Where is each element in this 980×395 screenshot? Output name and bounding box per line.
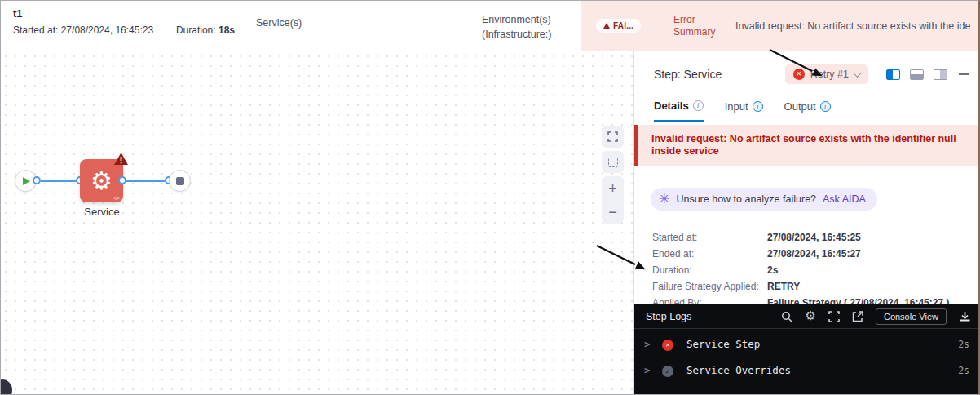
success-status-icon: ✓	[662, 366, 673, 377]
aida-suggestion-pill[interactable]: ✳ Unsure how to analyze failure? Ask AID…	[651, 188, 877, 211]
search-logs-button[interactable]	[781, 311, 792, 322]
failed-status-icon: ✕	[662, 340, 673, 351]
service-step-node[interactable]: ⚙ </>	[80, 159, 123, 202]
aida-flower-icon: ✳	[659, 193, 669, 206]
log-step-name: Service Overrides	[686, 364, 791, 376]
cursor-artifact	[0, 379, 12, 395]
log-fullscreen-button[interactable]	[828, 311, 840, 322]
log-row-service-overrides[interactable]: > ✓ Service Overrides 2s	[634, 359, 980, 381]
pipeline-canvas[interactable]: ⚙ </> Service + −	[1, 51, 633, 395]
marquee-icon	[608, 158, 618, 167]
download-logs-button[interactable]	[959, 311, 971, 322]
step-title: Step: Service	[654, 68, 722, 81]
failed-status-badge[interactable]: FAI...	[596, 19, 641, 33]
step-details-panel: Step: Service ✕ Retry #1 Details i Input…	[633, 51, 980, 395]
zoom-in-button[interactable]: +	[608, 181, 617, 196]
ask-aida-link[interactable]: Ask AIDA	[823, 193, 866, 205]
chevron-down-icon	[854, 69, 862, 78]
pipeline-name: t1	[13, 7, 241, 20]
stop-icon	[176, 177, 184, 185]
log-status: ✕	[662, 337, 686, 351]
detail-tabs: Details i Input i Output i	[634, 91, 980, 122]
connector-dot	[33, 176, 41, 184]
step-logs-title: Step Logs	[646, 311, 691, 322]
infrastructure-label: (Infrastructure:)	[482, 27, 581, 42]
panel-layout-toggles	[886, 69, 947, 80]
edge-line	[126, 180, 165, 182]
step-error-banner: Invalid request: No artifact source exis…	[634, 125, 980, 166]
log-status: ✓	[662, 364, 686, 377]
environments-column: Environment(s) (Infrastructure:)	[408, 1, 581, 51]
zoom-out-button[interactable]: −	[608, 205, 617, 220]
log-step-name: Service Step	[686, 338, 760, 350]
connector-dot	[118, 176, 126, 184]
console-view-button[interactable]: Console View	[876, 308, 947, 325]
started-at-text: Started at: 27/08/2024, 16:45:23	[13, 24, 153, 36]
layout-split-left-button[interactable]	[886, 69, 900, 80]
app-window: t1 Started at: 27/08/2024, 16:45:23 Dura…	[0, 0, 980, 395]
info-icon: i	[753, 101, 763, 112]
step-detail-rows: Started at: 27/08/2024, 16:45:25 Ended a…	[652, 232, 980, 308]
layout-right-button[interactable]	[934, 69, 947, 80]
edge-line	[41, 180, 77, 182]
execution-header: t1 Started at: 27/08/2024, 16:45:23 Dura…	[1, 1, 978, 51]
detail-row-failure-strategy: Failure Strategy Applied: RETRY	[652, 281, 980, 292]
execution-summary: t1 Started at: 27/08/2024, 16:45:23 Dura…	[1, 1, 241, 51]
failed-circle-icon: ✕	[793, 69, 805, 80]
tab-input[interactable]: Input i	[725, 99, 763, 122]
log-settings-button[interactable]: ⚙	[805, 310, 815, 322]
error-summary-label: Error Summary	[673, 14, 726, 38]
search-icon	[781, 311, 792, 322]
services-label: Service(s)	[256, 17, 302, 29]
tab-output[interactable]: Output i	[784, 99, 831, 122]
fullscreen-brackets-icon	[828, 311, 840, 322]
canvas-zoom-controls: + −	[602, 176, 624, 224]
info-icon: i	[693, 100, 704, 111]
warning-triangle-icon	[603, 23, 610, 29]
detail-row-started-at: Started at: 27/08/2024, 16:45:25	[652, 232, 980, 243]
canvas-select-button[interactable]	[602, 151, 624, 173]
step-details-header: Step: Service ✕ Retry #1	[634, 51, 980, 91]
external-link-icon	[852, 311, 863, 322]
environments-label: Environment(s)	[482, 12, 581, 27]
log-step-duration: 2s	[958, 365, 969, 376]
error-summary-section: FAI... Error Summary Invalid request: No…	[581, 1, 978, 51]
expand-icon	[607, 131, 618, 142]
detail-row-duration: Duration: 2s	[652, 264, 980, 276]
node-label: Service	[57, 206, 147, 218]
duration-text: Duration: 18s	[176, 24, 235, 36]
end-node[interactable]	[169, 170, 191, 192]
minimize-panel-button[interactable]	[959, 73, 969, 75]
canvas-fullscreen-button[interactable]	[602, 126, 624, 148]
chevron-right-icon[interactable]: >	[644, 338, 662, 350]
log-step-duration: 2s	[958, 339, 969, 350]
tab-details[interactable]: Details i	[654, 99, 704, 122]
step-logs-header: Step Logs ⚙	[634, 304, 980, 329]
download-icon	[959, 311, 971, 322]
error-summary-text: Invalid request: No artifact source exis…	[735, 20, 970, 32]
retry-dropdown-button[interactable]: ✕ Retry #1	[785, 64, 868, 84]
detail-row-ended-at: Ended at: 27/08/2024, 16:45:27	[652, 248, 980, 260]
play-icon	[23, 177, 30, 185]
services-column: Service(s)	[241, 1, 408, 51]
gear-icon: ⚙	[90, 169, 113, 193]
failure-warning-icon	[114, 153, 128, 168]
info-icon: i	[820, 101, 831, 112]
log-row-service-step[interactable]: > ✕ Service Step 2s	[634, 333, 980, 355]
open-logs-new-tab-button[interactable]	[852, 311, 863, 322]
step-logs-console: Step Logs ⚙	[634, 304, 980, 395]
chevron-right-icon[interactable]: >	[644, 364, 662, 376]
code-badge-icon: </>	[113, 195, 120, 201]
layout-bottom-button[interactable]	[910, 69, 924, 80]
aida-question-text: Unsure how to analyze failure?	[676, 193, 816, 205]
